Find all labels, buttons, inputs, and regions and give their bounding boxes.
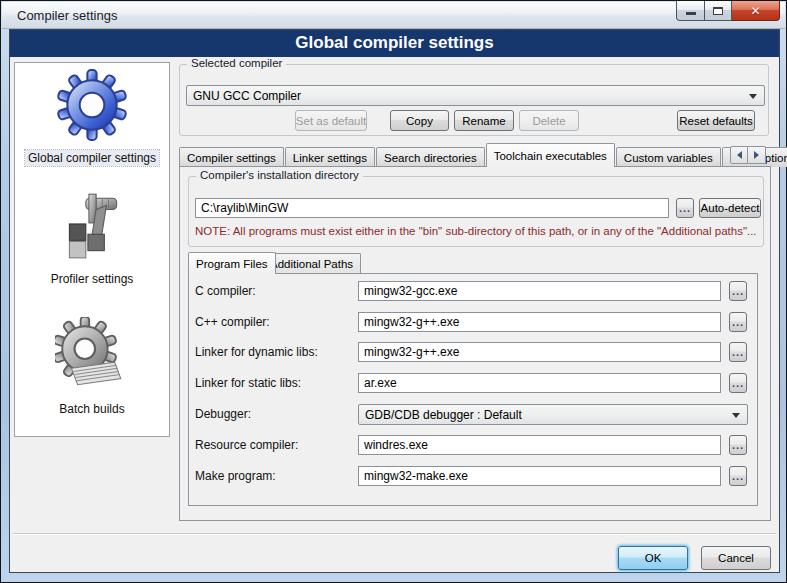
subtab-program-files[interactable]: Program Files (188, 252, 276, 274)
sidebar-item-label: Global compiler settings (25, 150, 159, 166)
selected-compiler-group: Selected compiler GNU GCC Compiler Set a… (179, 64, 769, 136)
copy-button[interactable]: Copy (390, 110, 449, 131)
tab-toolchain-executables[interactable]: Toolchain executables (486, 143, 615, 167)
reset-defaults-button[interactable]: Reset defaults (677, 110, 755, 131)
c-compiler-browse-button[interactable]: ... (729, 281, 747, 301)
c-compiler-input[interactable] (358, 281, 721, 301)
installation-directory-input[interactable] (195, 198, 669, 218)
tab-search-directories[interactable]: Search directories (376, 147, 485, 167)
arrow-left-icon (737, 151, 742, 159)
chevron-down-icon (749, 94, 757, 99)
rename-button[interactable]: Rename (454, 110, 514, 131)
tab-scroll-control (730, 146, 766, 164)
cancel-button[interactable]: Cancel (701, 546, 771, 570)
make-program-label: Make program: (195, 469, 276, 483)
sidebar-item-profiler-settings[interactable]: Profiler settings (15, 187, 169, 287)
cpp-compiler-label: C++ compiler: (195, 315, 270, 329)
caliper-icon (55, 187, 129, 265)
tab-linker-settings[interactable]: Linker settings (285, 147, 375, 167)
maximize-icon (713, 7, 723, 15)
program-files-page: C compiler: ... C++ compiler: ... Linker… (188, 273, 758, 506)
static-linker-input[interactable] (358, 373, 721, 393)
sidebar-item-global-compiler-settings[interactable]: Global compiler settings (15, 66, 169, 166)
arrow-right-icon (754, 151, 759, 159)
debugger-select-value: GDB/CDB debugger : Default (365, 408, 522, 422)
close-icon: ✕ (750, 4, 760, 18)
make-program-input[interactable] (358, 466, 721, 486)
window-title: Compiler settings (17, 8, 117, 23)
make-program-browse-button[interactable]: ... (729, 466, 747, 486)
gear-stack-icon (55, 317, 129, 395)
sidebar-item-label: Batch builds (56, 401, 127, 417)
dynamic-linker-label: Linker for dynamic libs: (195, 345, 318, 359)
footer-separator (13, 533, 776, 535)
c-compiler-label: C compiler: (195, 284, 256, 298)
settings-tab-strip: Compiler settings Linker settings Search… (179, 143, 773, 167)
debugger-label: Debugger: (195, 407, 251, 421)
toolchain-executables-page: Compiler's installation directory ... Au… (179, 166, 771, 521)
selected-compiler-group-title: Selected compiler (187, 57, 286, 69)
resource-compiler-input[interactable] (358, 435, 721, 455)
auto-detect-button[interactable]: Auto-detect (699, 198, 761, 218)
window: Compiler settings ✕ Global compiler sett… (0, 0, 787, 583)
debugger-select[interactable]: GDB/CDB debugger : Default (358, 404, 748, 425)
page-title: Global compiler settings (10, 30, 779, 57)
installation-directory-browse-button[interactable]: ... (676, 198, 694, 218)
cpp-compiler-browse-button[interactable]: ... (729, 312, 747, 332)
static-linker-browse-button[interactable]: ... (729, 373, 747, 393)
resource-compiler-label: Resource compiler: (195, 438, 298, 452)
tab-scroll-left-button[interactable] (730, 146, 748, 164)
compiler-select[interactable]: GNU GCC Compiler (186, 85, 765, 106)
settings-category-sidebar: Global compiler settings (14, 62, 170, 437)
compiler-select-value: GNU GCC Compiler (193, 89, 301, 103)
installation-directory-note: NOTE: All programs must exist either in … (195, 225, 757, 237)
title-bar: Compiler settings (2, 2, 785, 29)
tab-scroll-right-button[interactable] (748, 146, 766, 164)
sidebar-item-batch-builds[interactable]: Batch builds (15, 317, 169, 417)
close-button[interactable]: ✕ (732, 1, 780, 21)
resource-compiler-browse-button[interactable]: ... (729, 435, 747, 455)
static-linker-label: Linker for static libs: (195, 376, 301, 390)
maximize-button[interactable] (705, 1, 732, 21)
delete-button: Delete (519, 110, 579, 131)
dynamic-linker-input[interactable] (358, 342, 721, 362)
minimize-button[interactable] (676, 1, 705, 21)
dynamic-linker-browse-button[interactable]: ... (729, 342, 747, 362)
window-controls: ✕ (676, 1, 780, 21)
cpp-compiler-input[interactable] (358, 312, 721, 332)
tab-custom-variables[interactable]: Custom variables (616, 147, 721, 167)
installation-directory-group: Compiler's installation directory ... Au… (188, 176, 764, 247)
installation-directory-group-title: Compiler's installation directory (196, 169, 363, 181)
set-as-default-button: Set as default (295, 110, 367, 131)
sidebar-item-label: Profiler settings (48, 271, 137, 287)
subtab-additional-paths[interactable]: Additional Paths (262, 253, 361, 274)
chevron-down-icon (732, 413, 740, 418)
ok-button[interactable]: OK (618, 546, 688, 570)
minimize-icon (686, 12, 696, 15)
tab-compiler-settings[interactable]: Compiler settings (179, 147, 284, 167)
blue-gear-icon (55, 66, 129, 144)
